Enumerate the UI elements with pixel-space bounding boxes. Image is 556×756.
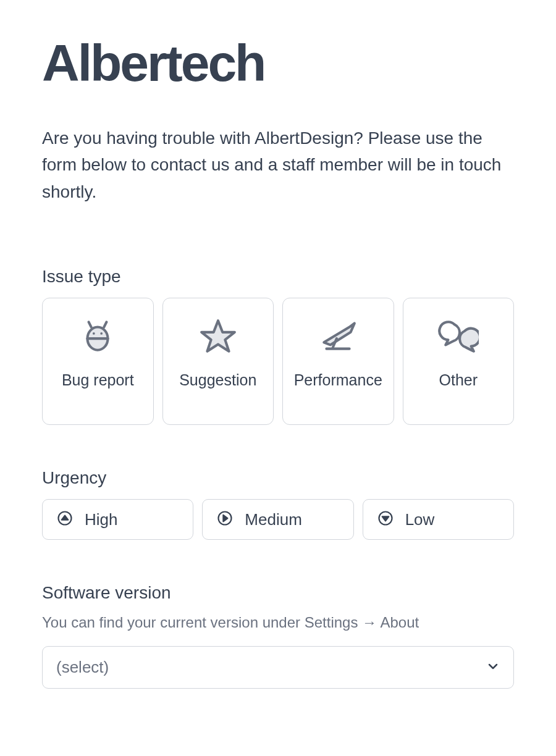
svg-line-5: [104, 322, 107, 327]
issue-option-bug[interactable]: Bug report: [42, 298, 154, 425]
urgency-option-label: Low: [405, 510, 435, 529]
intro-text: Are you having trouble with AlbertDesign…: [42, 125, 514, 205]
caret-circle-up-icon: [56, 510, 74, 529]
svg-marker-10: [62, 516, 69, 520]
svg-point-3: [101, 332, 103, 335]
star-icon: [198, 316, 238, 370]
version-helper-text: You can find your current version under …: [42, 614, 514, 631]
svg-point-2: [93, 332, 95, 335]
issue-type-label: Issue type: [42, 267, 514, 287]
issue-option-label: Suggestion: [179, 370, 256, 391]
urgency-options: High Medium Low: [42, 499, 514, 540]
issue-type-options: Bug report Suggestion Performance: [42, 298, 514, 425]
caret-circle-down-icon: [377, 510, 394, 529]
urgency-option-high[interactable]: High: [42, 499, 193, 540]
issue-option-label: Bug report: [62, 370, 134, 391]
caret-circle-right-icon: [216, 510, 234, 529]
issue-option-label: Performance: [294, 370, 382, 391]
urgency-option-low[interactable]: Low: [363, 499, 514, 540]
version-section: Software version You can find your curre…: [42, 583, 514, 689]
version-label: Software version: [42, 583, 514, 603]
issue-type-section: Issue type Bug report Sugge: [42, 267, 514, 425]
urgency-section: Urgency High Medium: [42, 468, 514, 540]
urgency-option-medium[interactable]: Medium: [202, 499, 353, 540]
issue-option-other[interactable]: Other: [403, 298, 515, 425]
chats-icon: [438, 316, 479, 370]
issue-option-label: Other: [439, 370, 478, 391]
svg-marker-6: [201, 321, 235, 351]
svg-marker-14: [382, 517, 389, 521]
svg-marker-12: [224, 515, 228, 522]
bug-icon: [77, 316, 118, 370]
airplane-icon: [318, 316, 358, 370]
version-select-value[interactable]: (select): [42, 646, 514, 689]
urgency-option-label: Medium: [245, 510, 301, 529]
svg-line-4: [89, 322, 91, 327]
urgency-option-label: High: [85, 510, 117, 529]
urgency-label: Urgency: [42, 468, 514, 488]
issue-option-performance[interactable]: Performance: [282, 298, 394, 425]
version-select[interactable]: (select): [42, 646, 514, 689]
brand-title: Albertech: [42, 37, 514, 89]
issue-option-suggestion[interactable]: Suggestion: [162, 298, 274, 425]
